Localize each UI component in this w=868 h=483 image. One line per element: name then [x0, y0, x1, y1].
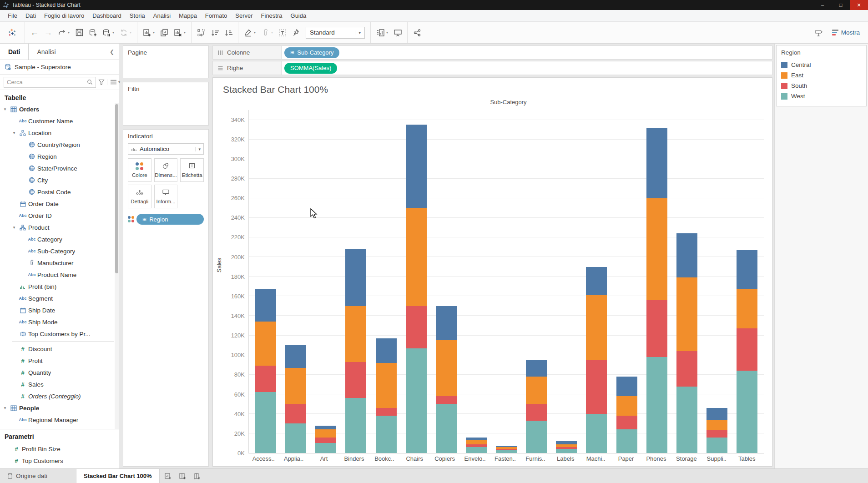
search-input[interactable]	[7, 79, 87, 86]
bar-segment-central[interactable]	[376, 338, 397, 363]
bar-segment-east[interactable]	[406, 208, 427, 306]
stacked-bar[interactable]	[315, 110, 336, 453]
field-profit[interactable]: #Profit	[0, 355, 119, 367]
stacked-bar[interactable]	[556, 110, 577, 453]
stacked-bar[interactable]	[406, 110, 427, 453]
stacked-bar[interactable]	[526, 110, 547, 453]
menu-server[interactable]: Server	[231, 10, 257, 21]
field-orders-conteggio-[interactable]: #Orders (Conteggio)	[0, 390, 119, 402]
field-customer-name[interactable]: AbcCustomer Name	[0, 115, 119, 127]
filter-fields-icon[interactable]	[98, 79, 105, 85]
bar-segment-south[interactable]	[646, 300, 667, 357]
filters-card[interactable]: Filtri	[123, 82, 209, 126]
view-options-icon[interactable]: ▾	[107, 79, 120, 85]
bar-segment-central[interactable]	[526, 360, 547, 377]
expand-caret-icon[interactable]: ▾	[11, 131, 17, 135]
bar-segment-west[interactable]	[345, 398, 366, 453]
stacked-bar[interactable]	[436, 110, 457, 453]
fields-scrollbar[interactable]	[115, 103, 119, 429]
field-orders[interactable]: ▾Orders	[0, 103, 119, 115]
bar-segment-west[interactable]	[315, 443, 336, 453]
highlight-caret[interactable]: ▾	[254, 30, 258, 35]
sort-ascending-button[interactable]	[208, 25, 222, 40]
bar-segment-south[interactable]	[255, 366, 276, 392]
bar-segment-central[interactable]	[586, 267, 607, 295]
field-segment[interactable]: AbcSegment	[0, 292, 119, 304]
field-category[interactable]: AbcCategory	[0, 233, 119, 245]
bar-segment-east[interactable]	[255, 322, 276, 366]
bar-segment-east[interactable]	[466, 440, 487, 444]
field-city[interactable]: City	[0, 174, 119, 186]
legend-entry-central[interactable]: Central	[781, 60, 862, 70]
tab-analisi[interactable]: Analisi	[29, 44, 64, 60]
redo-button[interactable]: →	[41, 25, 55, 40]
bar-segment-west[interactable]	[406, 348, 427, 453]
field-postal-code[interactable]: Postal Code	[0, 186, 119, 198]
show-mark-labels-caret[interactable]: ▾	[386, 30, 391, 35]
parameter-profit-bin-size[interactable]: #Profit Bin Size	[0, 443, 119, 455]
bar-segment-central[interactable]	[737, 250, 757, 289]
bar-segment-central[interactable]	[436, 306, 457, 340]
clear-sheet-caret[interactable]: ▾	[184, 30, 188, 35]
new-worksheet-tab-button[interactable]	[161, 470, 175, 482]
field-top-customers-by-pr-[interactable]: Top Customers by Pr...	[0, 328, 119, 340]
color-legend[interactable]: Region CentralEastSouthWest	[776, 45, 867, 106]
stacked-bar[interactable]	[496, 110, 517, 453]
bar-segment-central[interactable]	[255, 289, 276, 322]
bar-segment-west[interactable]	[496, 450, 517, 453]
show-mark-labels-button[interactable]	[373, 25, 387, 40]
menu-guida[interactable]: Guida	[287, 10, 311, 21]
bar-segment-south[interactable]	[737, 328, 757, 371]
bar-segment-south[interactable]	[707, 430, 727, 437]
marks-button-label[interactable]: Etichetta	[180, 158, 204, 182]
new-dashboard-tab-button[interactable]	[176, 470, 190, 482]
field-quantity[interactable]: #Quantity	[0, 367, 119, 378]
undo-button[interactable]: ←	[28, 25, 41, 40]
bar-segment-south[interactable]	[376, 408, 397, 416]
field-sub-category[interactable]: AbcSub-Category	[0, 245, 119, 257]
datasource-tab[interactable]: Origine dati	[0, 469, 76, 483]
bar-segment-east[interactable]	[616, 396, 637, 416]
rows-shelf-pills[interactable]: SOMMA(Sales)	[282, 61, 772, 75]
field-region[interactable]: Region	[0, 151, 119, 162]
stacked-bar[interactable]	[676, 110, 697, 453]
parameter-top-customers[interactable]: #Top Customers	[0, 455, 119, 467]
menu-file[interactable]: File	[4, 10, 21, 21]
stacked-bar[interactable]	[737, 110, 757, 453]
bar-segment-central[interactable]	[285, 345, 306, 368]
field-state-province[interactable]: State/Province	[0, 162, 119, 174]
bar-segment-central[interactable]	[315, 426, 336, 430]
tab-dati[interactable]: Dati	[0, 44, 29, 60]
bar-segment-south[interactable]	[345, 362, 366, 398]
field-ship-date[interactable]: Ship Date	[0, 304, 119, 316]
close-button[interactable]: ✕	[850, 0, 868, 10]
menu-foglio-di-lavoro[interactable]: Foglio di lavoro	[40, 10, 88, 21]
maximize-button[interactable]: □	[832, 0, 850, 10]
bar-segment-central[interactable]	[406, 125, 427, 208]
bar-segment-south[interactable]	[676, 351, 697, 387]
bar-segment-south[interactable]	[285, 404, 306, 423]
bar-segment-west[interactable]	[676, 387, 697, 453]
save-button[interactable]	[72, 25, 86, 40]
expand-caret-icon[interactable]: ▾	[2, 406, 8, 410]
bar-segment-west[interactable]	[376, 416, 397, 453]
bar-segment-east[interactable]	[376, 363, 397, 408]
bar-segment-south[interactable]	[406, 306, 427, 348]
bar-segment-west[interactable]	[737, 371, 757, 453]
highlight-button[interactable]	[241, 25, 255, 40]
bar-segment-west[interactable]	[436, 404, 457, 453]
bar-segment-east[interactable]	[285, 368, 306, 404]
menu-analisi[interactable]: Analisi	[149, 10, 175, 21]
replay-button[interactable]	[55, 25, 69, 40]
bar-segment-west[interactable]	[255, 392, 276, 453]
tooltip-toolbar-icon[interactable]	[812, 25, 826, 40]
datasource-row[interactable]: Sample - Superstore	[0, 60, 119, 75]
bar-segment-south[interactable]	[586, 360, 607, 413]
plot-area[interactable]	[248, 110, 764, 453]
bar-segment-south[interactable]	[436, 396, 457, 404]
bar-segment-east[interactable]	[586, 295, 607, 360]
bar-segment-west[interactable]	[466, 447, 487, 453]
bar-segment-west[interactable]	[556, 449, 577, 453]
tableau-home-icon[interactable]	[5, 25, 19, 40]
bar-segment-east[interactable]	[315, 429, 336, 437]
